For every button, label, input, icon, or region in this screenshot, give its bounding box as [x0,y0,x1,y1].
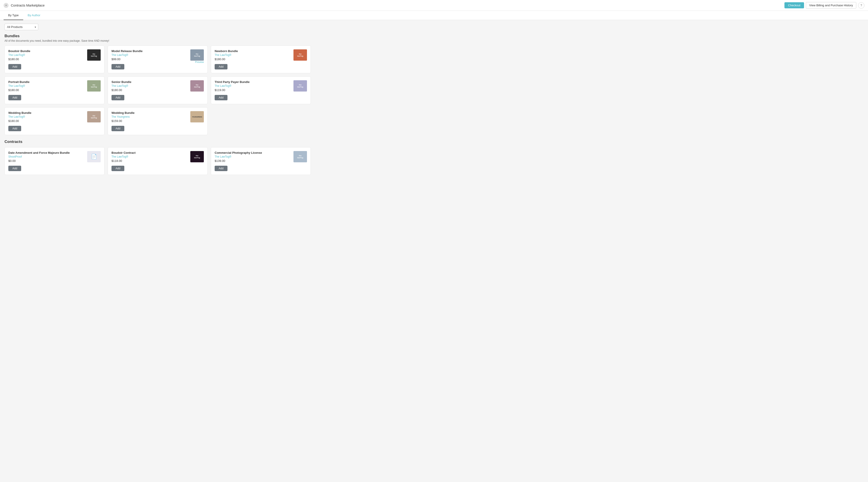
billing-button[interactable]: View Billing and Purchase History [806,2,856,8]
card-inner: Third Party Payer Bundle The LawTog® $11… [215,80,307,100]
card-newborn-bundle: Newborn Bundle The LawTog® $180.00 Add t… [211,46,311,73]
card-author[interactable]: The LawTog® [215,155,291,158]
card-info: Boudoir Contract The LawTog® $118.00 Add [112,151,188,171]
card-author[interactable]: The LawTog® [8,84,85,87]
header: × Contracts Marketplace Checkout View Bi… [0,0,868,11]
add-button-newborn-bundle[interactable]: Add [215,64,227,69]
card-model-release-bundle: Model Release Bundle The LawTog® $99.00 … [107,46,208,73]
card-price: $0.00 [8,159,85,163]
bundles-section-desc: All of the documents you need, bundled i… [4,39,311,42]
contracts-grid: Date Amendment and Force Majeure Bundle … [4,147,311,175]
card-title: Wedding Bundle [112,111,188,115]
card-author[interactable]: ShootProof [8,155,85,158]
card-info: Model Release Bundle The LawTog® $99.00 … [112,49,188,69]
help-button[interactable]: ? [858,2,864,8]
add-button-boudoir-contract[interactable]: Add [112,166,124,171]
card-thumbnail: YOUNGRENS [190,111,204,122]
card-author[interactable]: The LawTog® [112,53,188,57]
page-title: Contracts Marketplace [11,3,784,7]
card-thumbnail: thelawTog [87,49,101,61]
card-info: Third Party Payer Bundle The LawTog® $11… [215,80,291,100]
card-price: $180.00 [215,57,291,61]
add-button-senior-bundle[interactable]: Add [112,95,124,100]
tab-by-author[interactable]: By Author [23,11,45,20]
card-inner: Boudoir Bundle The LawTog® $180.00 Add t… [8,49,101,69]
card-price: $118.00 [112,159,188,163]
card-title: Date Amendment and Force Majeure Bundle [8,151,85,154]
card-info: Senior Bundle The LawTog® $180.00 Add [112,80,188,100]
card-title: Model Release Bundle [112,49,188,53]
card-info: Date Amendment and Force Majeure Bundle … [8,151,85,171]
add-button-boudoir-bundle[interactable]: Add [8,64,21,69]
card-info: Boudoir Bundle The LawTog® $180.00 Add [8,49,85,69]
add-button-wedding-bundle-lawtog[interactable]: Add [8,126,21,131]
card-thumbnail: thelawTog [293,49,307,61]
card-thumbnail: thelawTog [293,151,307,162]
close-icon: × [5,4,7,7]
card-author[interactable]: The LawTog® [8,115,85,118]
card-author[interactable]: The Youngrens [112,115,188,118]
card-date-amendment: Date Amendment and Force Majeure Bundle … [4,147,104,175]
card-wedding-bundle-youngrens: Wedding Bundle The Youngrens $159.00 Add… [107,107,208,135]
card-price: $180.00 [8,119,85,123]
add-button-model-release-bundle[interactable]: Add [112,64,124,69]
card-info: Wedding Bundle The Youngrens $159.00 Add [112,111,188,131]
add-button-wedding-bundle-youngrens[interactable]: Add [112,126,124,131]
card-portrait-bundle: Portrait Bundle The LawTog® $180.00 Add … [4,77,104,104]
card-title: Senior Bundle [112,80,188,84]
bundles-section: Bundles All of the documents you need, b… [4,34,311,135]
tab-by-type[interactable]: By Type [4,11,23,20]
card-wedding-bundle-lawtog: Wedding Bundle The LawTog® $180.00 Add t… [4,107,104,135]
card-thumbnail: thelawTog [190,80,204,91]
add-button-third-party-bundle[interactable]: Add [215,95,227,100]
card-price: $139.00 [215,159,291,163]
card-commercial-photography-license: Commercial Photography License The LawTo… [211,147,311,175]
card-info: Commercial Photography License The LawTo… [215,151,291,171]
card-thumbnail: 📄 [87,151,101,162]
bundles-grid: Boudoir Bundle The LawTog® $180.00 Add t… [4,46,311,135]
card-title: Newborn Bundle [215,49,291,53]
card-thumbnail: thelawTog [293,80,307,91]
card-info: Portrait Bundle The LawTog® $180.00 Add [8,80,85,100]
card-author[interactable]: The LawTog® [215,84,291,87]
contracts-section: Contracts Date Amendment and Force Majeu… [4,140,311,175]
card-title: Boudoir Contract [112,151,188,154]
card-title: Commercial Photography License [215,151,291,154]
card-inner: Wedding Bundle The LawTog® $180.00 Add t… [8,111,101,131]
card-thumbnail: thelawTog [87,80,101,91]
card-author[interactable]: The LawTog® [215,53,291,57]
card-title: Portrait Bundle [8,80,85,84]
card-inner: Wedding Bundle The Youngrens $159.00 Add… [112,111,204,131]
checkout-button[interactable]: Checkout [784,2,804,8]
add-button-portrait-bundle[interactable]: Add [8,95,21,100]
card-author[interactable]: The LawTog® [112,84,188,87]
card-inner: Model Release Bundle The LawTog® $99.00 … [112,49,204,69]
preview-link[interactable]: Preview [195,61,204,63]
card-price: $119.00 [215,88,291,92]
help-icon: ? [860,4,862,7]
card-title: Wedding Bundle [8,111,85,115]
card-author[interactable]: The LawTog® [112,155,188,158]
card-title: Boudoir Bundle [8,49,85,53]
card-author[interactable]: The LawTog® [8,53,85,57]
add-button-date-amendment[interactable]: Add [8,166,21,171]
filter-wrapper: All Products Bundles Contracts Forms ▼ [4,24,38,30]
tabs-bar: By Type By Author [0,11,868,20]
card-senior-bundle: Senior Bundle The LawTog® $180.00 Add th… [107,77,208,104]
add-button-commercial-photography-license[interactable]: Add [215,166,227,171]
card-info: Wedding Bundle The LawTog® $180.00 Add [8,111,85,131]
product-filter[interactable]: All Products Bundles Contracts Forms [4,24,38,30]
close-button[interactable]: × [4,3,8,8]
card-inner: Boudoir Contract The LawTog® $118.00 Add… [112,151,204,171]
card-thumbnail: thelawTog [190,49,204,61]
main-content: All Products Bundles Contracts Forms ▼ B… [0,20,315,183]
card-price: $180.00 [112,88,188,92]
card-thumbnail: thelawTog [87,111,101,122]
card-price: $180.00 [8,57,85,61]
filter-row: All Products Bundles Contracts Forms ▼ [4,24,311,30]
bundles-section-title: Bundles [4,34,311,38]
contracts-section-title: Contracts [4,140,311,144]
card-third-party-payer-bundle: Third Party Payer Bundle The LawTog® $11… [211,77,311,104]
card-boudoir-bundle: Boudoir Bundle The LawTog® $180.00 Add t… [4,46,104,73]
header-actions: Checkout View Billing and Purchase Histo… [784,2,864,8]
